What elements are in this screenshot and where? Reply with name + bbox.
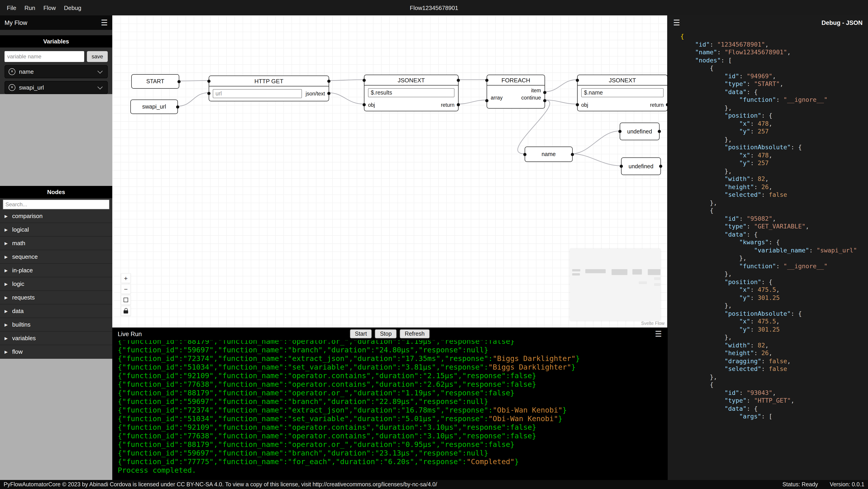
handle-target[interactable] (620, 165, 623, 168)
node-category-variables[interactable]: ▶variables (0, 332, 112, 345)
obj-input-label: obj (581, 102, 588, 108)
expand-arrow-icon: ▶ (4, 322, 8, 327)
minimap-node (572, 269, 580, 271)
node-undefined-1[interactable]: undefined (620, 123, 659, 140)
handle-continue-out[interactable] (543, 99, 547, 102)
remove-variable-icon[interactable]: × (9, 84, 16, 91)
variable-name-input[interactable] (4, 51, 84, 62)
debug-json-line: "width": 82, (680, 341, 868, 349)
node-category-flow[interactable]: ▶flow (0, 345, 112, 359)
zoom-out-button[interactable]: − (121, 284, 131, 294)
edge[interactable] (458, 100, 487, 104)
node-swapi-url[interactable]: swapi_url (130, 100, 178, 114)
edge[interactable] (544, 79, 577, 92)
refresh-button[interactable]: Refresh (400, 329, 430, 338)
debug-json-line: "args": [ (680, 413, 868, 421)
handle-target[interactable] (618, 130, 622, 133)
handle-source[interactable] (658, 130, 661, 133)
node-category-sequence[interactable]: ▶sequence (0, 250, 112, 264)
flow-canvas[interactable]: START swapi_url HTTP GET json/text JSONE… (112, 15, 667, 327)
handle-exec-in[interactable] (363, 78, 366, 82)
console-line: {"function_id":"88179","function_name":"… (118, 389, 667, 397)
edge[interactable] (572, 154, 621, 166)
sidebar-hamburger-icon[interactable]: ☰ (101, 19, 108, 27)
fit-view-button[interactable] (121, 295, 131, 305)
lock-button[interactable] (121, 306, 131, 316)
edge[interactable] (178, 80, 209, 81)
category-label: in-place (12, 267, 33, 274)
handle-target[interactable] (523, 153, 526, 156)
edge[interactable] (572, 131, 620, 154)
handle-return-out[interactable] (457, 103, 460, 106)
debug-json-line: }, (680, 199, 868, 207)
node-category-logical[interactable]: ▶logical (0, 223, 112, 236)
node-category-in-place[interactable]: ▶in-place (0, 264, 112, 277)
save-button[interactable]: save (87, 51, 108, 62)
node-jsonext-results[interactable]: JSONEXT obj return (364, 75, 459, 111)
url-input[interactable] (213, 89, 302, 98)
debug-json-line: }, (680, 270, 868, 278)
jsonpath-input[interactable] (368, 88, 455, 97)
handle-source[interactable] (571, 153, 574, 156)
menu-item-debug[interactable]: Debug (60, 4, 86, 11)
node-undefined-2[interactable]: undefined (621, 157, 661, 175)
zoom-in-button[interactable]: + (121, 273, 131, 283)
expand-arrow-icon: ▶ (4, 309, 8, 313)
start-button[interactable]: Start (350, 329, 372, 338)
chevron-down-icon[interactable] (98, 85, 103, 90)
node-category-logic[interactable]: ▶logic (0, 277, 112, 291)
handle-obj-in[interactable] (363, 103, 366, 106)
debug-hamburger-icon[interactable]: ☰ (673, 19, 680, 27)
handle-array-in[interactable] (485, 99, 489, 102)
node-jsonext-name[interactable]: JSONEXT obj return (577, 75, 667, 111)
console-line: {"function_id":"88179","function_name":"… (118, 440, 667, 449)
stop-button[interactable]: Stop (375, 329, 397, 338)
node-category-builtins[interactable]: ▶builtins (0, 318, 112, 332)
minimap[interactable] (570, 249, 660, 321)
variable-chip-swapi_url[interactable]: ×swapi_url (4, 81, 108, 94)
handle-obj-in[interactable] (576, 103, 579, 106)
menu-item-run[interactable]: Run (20, 4, 39, 11)
edge[interactable] (544, 100, 577, 104)
node-http-get[interactable]: HTTP GET json/text (209, 75, 329, 101)
debug-json-line: "selected": false (680, 365, 868, 373)
menu-item-file[interactable]: File (3, 4, 20, 11)
handle-source[interactable] (659, 165, 662, 168)
sidebar-title: My Flow (4, 19, 27, 26)
item-output-label: item (487, 86, 545, 93)
status-bar: PyFlowAutomatorCore © 2023 by Abinadi Co… (0, 480, 868, 489)
debug-json-line: }, (680, 104, 868, 112)
node-foreach[interactable]: FOREACH item array continue (487, 75, 545, 108)
handle-url-in[interactable] (207, 92, 211, 95)
handle-json-out[interactable] (327, 92, 331, 95)
chevron-down-icon[interactable] (98, 68, 103, 74)
node-start[interactable]: START (131, 74, 179, 89)
remove-variable-icon[interactable]: × (9, 68, 16, 75)
node-name[interactable]: name (525, 146, 572, 162)
debug-json-line: "id": "93043", (680, 389, 868, 397)
menu-item-flow[interactable]: Flow (39, 4, 60, 11)
console-line: {"function_id":"59697","function_name":"… (118, 397, 667, 406)
edge[interactable] (328, 79, 364, 80)
node-category-data[interactable]: ▶data (0, 304, 112, 318)
variable-chip-name[interactable]: ×name (4, 65, 108, 78)
debug-json-line: "type": "GET_VARIABLE", (680, 223, 868, 230)
live-run-hamburger-icon[interactable]: ☰ (655, 330, 662, 338)
handle-exec-out[interactable] (327, 79, 331, 83)
debug-json-line: "dragging": false, (680, 357, 868, 365)
handle-exec-in[interactable] (207, 79, 211, 83)
node-category-requests[interactable]: ▶requests (0, 291, 112, 304)
jsonpath-input[interactable] (581, 88, 663, 97)
handle-item-out[interactable] (543, 91, 547, 94)
edge[interactable] (328, 93, 364, 104)
node-search-input[interactable] (3, 199, 110, 209)
node-category-math[interactable]: ▶math (0, 236, 112, 250)
handle-exec-in[interactable] (485, 78, 489, 82)
expand-arrow-icon: ▶ (4, 241, 8, 246)
handle-exec-in[interactable] (576, 78, 579, 82)
edge[interactable] (177, 93, 209, 106)
handle-source[interactable] (178, 80, 181, 83)
handle-exec-out[interactable] (457, 78, 460, 82)
handle-source[interactable] (176, 105, 179, 108)
node-category-comparison[interactable]: ▶comparison (0, 209, 112, 223)
